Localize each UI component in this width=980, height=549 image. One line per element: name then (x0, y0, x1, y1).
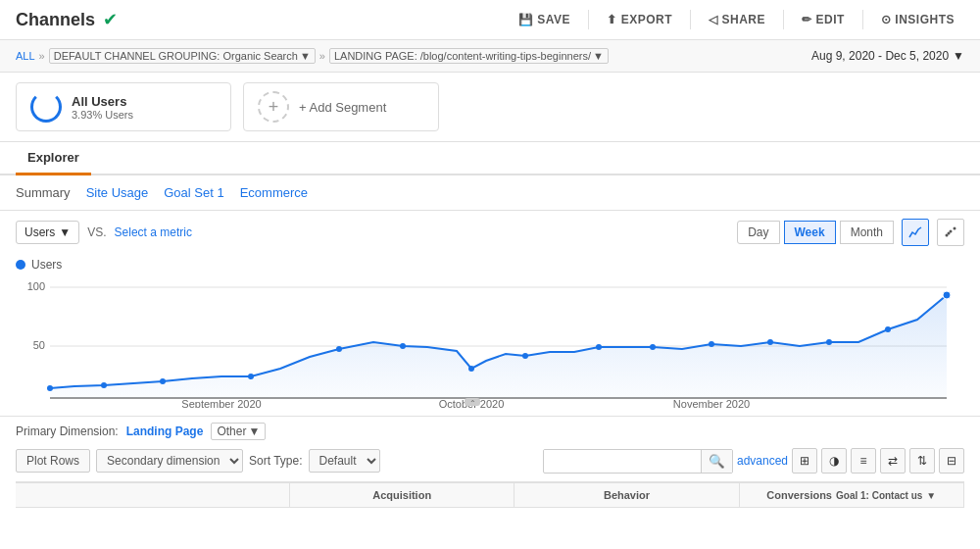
segment-circle-icon (30, 91, 62, 123)
topbar-left: Channels ✔ (16, 9, 118, 30)
add-segment-icon: + (258, 91, 289, 123)
pivot-view-button[interactable]: ⇅ (909, 448, 935, 474)
landing-page-dropdown[interactable]: LANDING PAGE: /blog/content-writing-tips… (329, 48, 609, 64)
subtab-ecommerce[interactable]: Ecommerce (240, 183, 308, 202)
day-period-button[interactable]: Day (737, 221, 779, 244)
pie-view-button[interactable]: ◑ (821, 448, 847, 474)
line-chart-icon (908, 225, 922, 239)
edit-button[interactable]: ✏ EDIT (792, 8, 855, 31)
primary-dimension-row: Primary Dimension: Landing Page Other ▼ (16, 423, 964, 440)
insights-button[interactable]: ⊙ INSIGHTS (871, 8, 964, 31)
toolbar-row: Plot Rows Secondary dimension Sort Type:… (16, 448, 964, 474)
svg-point-19 (468, 366, 474, 372)
export-icon: ⬆ (607, 13, 617, 26)
channel-grouping-dropdown[interactable]: DEFAULT CHANNEL GROUPING: Organic Search… (49, 48, 316, 64)
landing-page-label: LANDING PAGE: /blog/content-writing-tips… (334, 50, 591, 62)
scatter-chart-button[interactable] (937, 219, 964, 246)
divider (783, 10, 784, 29)
metric-label: Users (24, 225, 55, 239)
search-input[interactable] (544, 450, 701, 472)
breadcrumb-nav: ALL » DEFAULT CHANNEL GROUPING: Organic … (16, 48, 609, 64)
chevron-down-icon: ▼ (953, 49, 964, 63)
svg-point-17 (336, 346, 342, 352)
svg-point-25 (826, 339, 832, 345)
breadcrumb: ALL » DEFAULT CHANNEL GROUPING: Organic … (0, 40, 980, 73)
grid-view-button[interactable]: ⊞ (792, 448, 817, 474)
subtab-summary[interactable]: Summary (16, 183, 71, 202)
chart-left-controls: Users ▼ VS. Select a metric (16, 221, 192, 244)
add-segment-label: + Add Segment (299, 100, 386, 115)
search-icon: 🔍 (709, 454, 725, 469)
metric-dropdown[interactable]: Users ▼ (16, 221, 79, 244)
svg-text:November 2020: November 2020 (673, 398, 750, 408)
chart-controls: Users ▼ VS. Select a metric Day Week Mon… (0, 211, 980, 254)
divider (690, 10, 691, 29)
svg-point-18 (400, 343, 406, 349)
compare-view-button[interactable]: ⇄ (880, 448, 906, 474)
landing-page-dimension[interactable]: Landing Page (126, 424, 204, 438)
segment-info: All Users 3.93% Users (72, 94, 133, 121)
chevron-down-icon: ▼ (593, 50, 604, 62)
divider (588, 10, 589, 29)
detail-view-button[interactable]: ⊟ (939, 448, 964, 474)
toolbar-left: Plot Rows Secondary dimension Sort Type:… (16, 449, 380, 473)
chart-legend: Users (16, 258, 964, 272)
svg-point-22 (650, 344, 656, 350)
chart-right-controls: Day Week Month (737, 219, 964, 246)
sort-type-select[interactable]: Default (309, 449, 380, 473)
search-button[interactable]: 🔍 (701, 450, 732, 473)
line-chart-button[interactable] (902, 219, 929, 246)
pencil-icon: ✏ (802, 13, 812, 26)
secondary-dimension-select[interactable]: Secondary dimension (96, 449, 243, 473)
svg-point-2 (954, 227, 956, 230)
channel-grouping-label: DEFAULT CHANNEL GROUPING: Organic Search (54, 50, 298, 62)
sort-type-label: Sort Type: (249, 454, 302, 468)
svg-point-3 (948, 232, 951, 235)
separator: » (319, 50, 325, 62)
svg-text:⌃: ⌃ (469, 399, 476, 408)
svg-point-15 (160, 378, 166, 384)
select-metric-link[interactable]: Select a metric (115, 225, 192, 239)
week-period-button[interactable]: Week (784, 221, 836, 244)
month-period-button[interactable]: Month (840, 221, 894, 244)
insights-icon: ⊙ (881, 13, 892, 26)
plot-rows-button[interactable]: Plot Rows (16, 449, 90, 473)
advanced-link[interactable]: advanced (737, 454, 788, 468)
chevron-down-icon: ▼ (300, 50, 311, 62)
svg-text:100: 100 (27, 280, 45, 292)
primary-dimension-label: Primary Dimension: (16, 424, 119, 438)
legend-dot (16, 260, 25, 270)
add-segment-card[interactable]: + + Add Segment (243, 82, 439, 131)
topbar: Channels ✔ 💾 SAVE ⬆ EXPORT ◁ SHARE ✏ EDI… (0, 0, 980, 40)
tab-explorer[interactable]: Explorer (16, 142, 91, 175)
separator: » (39, 50, 45, 62)
other-dropdown[interactable]: Other ▼ (211, 423, 266, 440)
svg-text:September 2020: September 2020 (181, 398, 261, 408)
svg-point-13 (47, 385, 53, 391)
svg-point-27 (943, 291, 951, 299)
svg-point-21 (596, 344, 602, 350)
export-button[interactable]: ⬆ EXPORT (597, 8, 682, 31)
save-button[interactable]: 💾 SAVE (509, 8, 580, 31)
goal-label: Goal 1: Contact us (836, 490, 922, 501)
divider (862, 10, 863, 29)
acquisition-header: Acquisition (290, 483, 514, 507)
svg-text:50: 50 (33, 339, 45, 351)
subtab-site-usage[interactable]: Site Usage (86, 183, 149, 202)
subtabs-bar: Summary Site Usage Goal Set 1 Ecommerce (0, 175, 980, 211)
page-title: Channels (16, 10, 95, 30)
svg-point-26 (885, 326, 891, 332)
subtab-goal-set[interactable]: Goal Set 1 (164, 183, 223, 202)
chevron-down-icon: ▼ (926, 490, 936, 501)
toolbar-right: 🔍 advanced ⊞ ◑ ≡ ⇄ ⇅ ⊟ (543, 448, 964, 474)
segment-all-users: All Users 3.93% Users (16, 82, 231, 131)
share-button[interactable]: ◁ SHARE (699, 8, 775, 31)
save-icon: 💾 (518, 13, 534, 26)
date-range-picker[interactable]: Aug 9, 2020 - Dec 5, 2020 ▼ (811, 49, 964, 63)
segment-pct: 3.93% Users (72, 109, 133, 121)
svg-point-14 (101, 382, 107, 388)
all-link[interactable]: ALL (16, 50, 35, 62)
svg-point-24 (767, 339, 773, 345)
chart-area: Users 100 50 September 2020 October 2020… (0, 254, 980, 416)
list-view-button[interactable]: ≡ (851, 448, 876, 474)
